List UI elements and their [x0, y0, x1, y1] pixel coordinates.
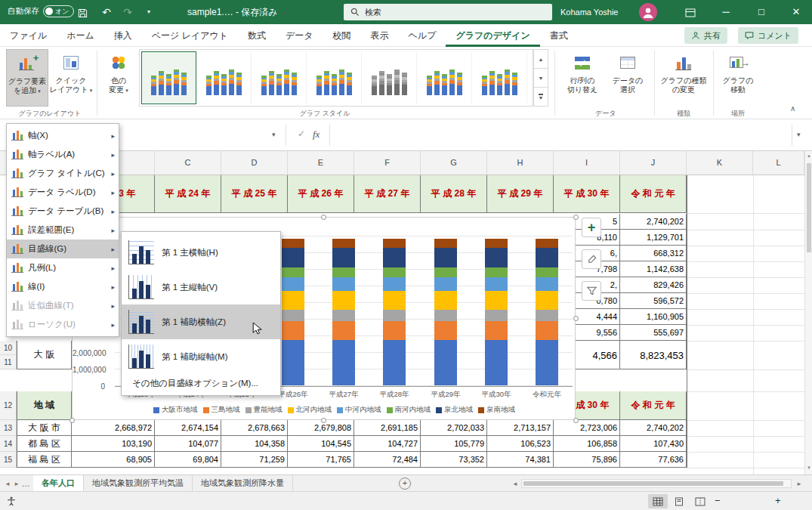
vertical-scroll-thumb[interactable] — [807, 163, 811, 252]
horizontal-scroll-thumb[interactable] — [523, 481, 783, 486]
value-cell[interactable]: 69,804 — [155, 452, 221, 468]
menu-item-legend[interactable]: 凡例(L)▸ — [7, 258, 119, 277]
ribbon-tab[interactable]: 挿入 — [104, 24, 142, 47]
value-cell[interactable]: 104,727 — [354, 436, 421, 452]
chart-elements-plus-button[interactable]: + — [582, 218, 601, 237]
menu-item-axes[interactable]: 軸(X)▸ — [7, 126, 119, 145]
search-input[interactable]: 検索 — [344, 4, 552, 20]
row-header[interactable]: 10 — [0, 341, 17, 355]
value-cell[interactable]: 106,858 — [554, 436, 620, 452]
value-cell[interactable]: 2,679,808 — [288, 420, 354, 436]
collapse-ribbon-icon[interactable]: ∧ — [790, 104, 795, 113]
column-header[interactable]: J — [620, 151, 687, 175]
close-icon[interactable]: ✕ — [780, 0, 812, 24]
chart-column[interactable] — [485, 239, 508, 385]
chart-style-thumbnail[interactable] — [472, 51, 527, 104]
zoom-in-icon[interactable]: + — [775, 495, 781, 506]
gallery-more-icon[interactable]: ▼ — [533, 88, 548, 107]
chart-style-thumbnail[interactable] — [307, 51, 362, 104]
gallery-up-icon[interactable]: ▲ — [533, 49, 548, 69]
ribbon-tab[interactable]: ホーム — [57, 24, 104, 47]
selection-handle[interactable] — [573, 215, 579, 220]
hscroll-left-icon[interactable]: ◂ — [511, 475, 520, 492]
value-cell[interactable]: 2,702,033 — [421, 420, 487, 436]
ribbon-display-icon[interactable] — [675, 0, 706, 24]
row-label-cell[interactable]: 福 島 区 — [17, 452, 72, 468]
gallery-down-icon[interactable]: ▼ — [533, 69, 548, 88]
autosave-toggle[interactable]: 自動保存 オン — [8, 5, 74, 17]
switch-row-column-button[interactable]: ⇄ 行/列の 切り替え — [560, 49, 604, 107]
chart-column[interactable] — [332, 239, 355, 385]
column-header[interactable]: H — [487, 151, 554, 175]
sheet-nav-prev-icon[interactable]: ◂ — [3, 475, 12, 492]
menu-item-more-gridline-options[interactable]: その他の目盛線オプション(M)... — [122, 374, 280, 392]
value-cell[interactable]: 2,723,006 — [554, 420, 620, 436]
legend-item[interactable]: 大阪市地域 — [153, 405, 198, 415]
add-chart-element-button[interactable]: + グラフ要素 を追加▾ — [6, 49, 48, 107]
menu-item-lines[interactable]: 線(I)▸ — [7, 277, 119, 296]
expand-formula-bar-icon[interactable]: ▾ — [797, 131, 801, 138]
legend-item[interactable]: 三島地域 — [203, 405, 240, 415]
redo-icon[interactable]: ↷ — [118, 0, 137, 24]
menu-item-data-labels[interactable]: データ ラベル(D)▸ — [7, 183, 119, 202]
selection-handle[interactable] — [69, 418, 75, 423]
normal-view-button[interactable] — [648, 494, 668, 508]
chart-style-thumbnail[interactable] — [196, 51, 252, 104]
value-cell[interactable]: 2,678,663 — [221, 420, 288, 436]
quick-layout-button[interactable]: クイック レイアウト▾ — [50, 49, 92, 107]
value-cell[interactable]: 72,484 — [354, 452, 421, 468]
chart-style-thumbnail[interactable] — [417, 51, 472, 104]
reiwa1-value-cell[interactable]: 1,129,701 — [620, 230, 687, 246]
change-colors-button[interactable]: 色の 変更▾ — [101, 49, 136, 107]
column-header[interactable]: G — [421, 151, 487, 175]
reiwa1-value-cell[interactable]: 596,572 — [620, 293, 687, 309]
menu-item-data-table[interactable]: データ テーブル(B)▸ — [7, 202, 119, 221]
legend-item[interactable]: 中河内地域 — [337, 405, 381, 415]
reiwa1-value-cell[interactable]: 829,426 — [620, 277, 687, 293]
file-name[interactable]: sample1.… - 保存済み▾ — [187, 0, 286, 24]
submenu-item-primary-major-horizontal[interactable]: 第 1 主横軸(H) — [122, 235, 280, 270]
zoom-out-icon[interactable]: − — [715, 495, 721, 506]
value-cell[interactable]: 68,905 — [72, 452, 155, 468]
value-cell[interactable]: 103,190 — [72, 436, 155, 452]
value-cell[interactable]: 71,259 — [221, 452, 288, 468]
ribbon-tab[interactable]: 書式 — [540, 24, 578, 47]
legend-item[interactable]: 豊能地域 — [245, 405, 283, 415]
reiwa1-value-cell[interactable]: 2,740,202 — [620, 214, 687, 230]
user-name[interactable]: Kohama Yoshie — [560, 0, 618, 24]
value-cell[interactable]: 104,077 — [155, 436, 221, 452]
legend-item[interactable]: 泉南地域 — [478, 405, 515, 415]
chart-column[interactable] — [383, 239, 406, 385]
chart-column[interactable] — [434, 239, 457, 385]
column-header[interactable]: K — [687, 151, 753, 175]
hscroll-right-icon[interactable]: ▸ — [795, 475, 804, 492]
menu-item-error-bars[interactable]: 誤差範囲(E)▸ — [7, 221, 119, 240]
value-cell[interactable]: 2,740,202 — [620, 420, 687, 436]
submenu-item-primary-minor-vertical[interactable]: 第 1 補助縦軸(M) — [122, 339, 280, 374]
region-header-cell[interactable]: 地 域 — [17, 391, 72, 420]
reiwa1-total-cell[interactable]: 8,823,453 — [620, 341, 687, 369]
row-header[interactable]: 12 — [0, 391, 17, 420]
horizontal-scrollbar[interactable] — [521, 479, 792, 488]
fx-icon[interactable]: fx — [313, 128, 320, 141]
menu-item-axis-titles[interactable]: 軸ラベル(A)▸ — [7, 145, 119, 164]
chart-column[interactable] — [282, 239, 304, 385]
column-header[interactable]: F — [354, 151, 421, 175]
value-cell[interactable]: 104,545 — [288, 436, 354, 452]
submenu-item-primary-major-vertical[interactable]: 第 1 主縦軸(V) — [122, 270, 280, 304]
page-break-view-button[interactable] — [690, 494, 710, 508]
sheet-tab[interactable]: 地域気象観測所降水量 — [193, 475, 293, 491]
page-layout-view-button[interactable] — [669, 494, 689, 508]
scroll-down-icon[interactable]: ▼ — [805, 465, 812, 470]
reiwa1-value-cell[interactable]: 1,142,638 — [620, 261, 687, 277]
ribbon-tab[interactable]: 数式 — [238, 24, 276, 47]
quick-access-caret-icon[interactable]: ▾ — [139, 0, 159, 24]
save-icon[interactable] — [73, 0, 92, 24]
sheet-nav-more-icon[interactable]: … — [21, 475, 30, 492]
value-cell[interactable]: 2,713,157 — [487, 420, 554, 436]
osaka-merged-cell[interactable]: 大 阪 — [17, 341, 72, 369]
maximize-icon[interactable]: □ — [746, 0, 777, 24]
value-cell[interactable]: 2,674,154 — [155, 420, 221, 436]
legend-item[interactable]: 北河内地域 — [288, 405, 332, 415]
row-header[interactable]: 13 — [0, 420, 17, 436]
